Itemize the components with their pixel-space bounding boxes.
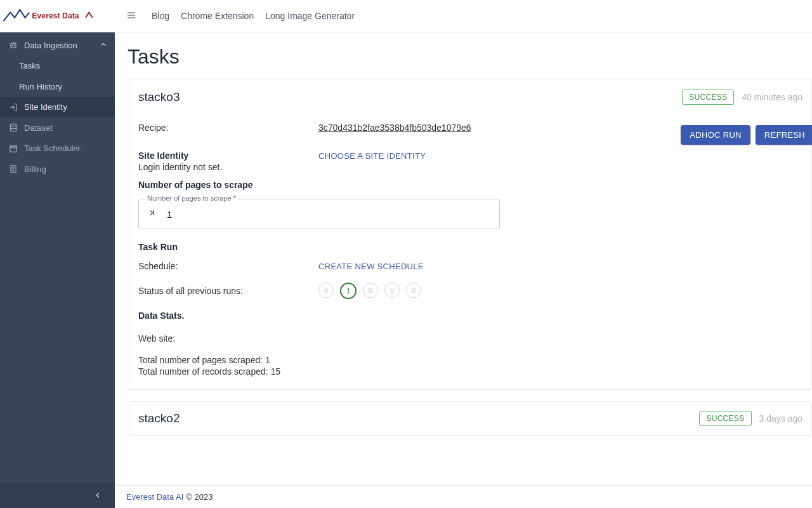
- adhoc-run-button[interactable]: ADHOC RUN: [681, 125, 750, 145]
- sidebar-item-label: Run History: [19, 82, 62, 91]
- sidebar-item-label: Billing: [24, 164, 46, 174]
- sidebar-item-task-scheduler[interactable]: Task Scheduler: [0, 138, 115, 159]
- data-stats-heading: Data Stats.: [138, 311, 802, 321]
- calendar-icon: [8, 144, 19, 153]
- login-identity-text: Login identity not set.: [138, 162, 802, 172]
- task-card-2[interactable]: stacko2 SUCCESS 3 days ago: [129, 401, 812, 436]
- prev-runs-label: Status of all previous runs:: [138, 286, 318, 296]
- brand-logo[interactable]: Everest Data: [0, 0, 115, 32]
- choose-site-identity-button[interactable]: CHOOSE A SITE IDENTITY: [318, 151, 426, 161]
- sidebar-group-data-ingestion[interactable]: Data Ingestion: [0, 35, 115, 56]
- sidebar-item-label: Tasks: [19, 61, 40, 70]
- footer-copyright: © 2023: [186, 492, 213, 502]
- topbar: Blog Chrome Extension Long Image Generat…: [115, 0, 812, 32]
- invoice-icon: [8, 164, 19, 173]
- page-title: Tasks: [128, 45, 812, 69]
- status-badge: SUCCESS: [699, 411, 751, 426]
- task-timestamp: 40 minutes ago: [742, 92, 802, 102]
- status-badge: SUCCESS: [682, 90, 734, 105]
- recipe-link[interactable]: 3c70d431b2fae3538b4fb503de1079e6: [318, 123, 471, 133]
- sidebar-item-dataset[interactable]: Dataset: [0, 117, 115, 138]
- sidebar-item-tasks[interactable]: Tasks: [0, 56, 115, 77]
- chevron-up-icon: [100, 41, 107, 50]
- chevron-left-icon: [93, 491, 102, 500]
- run-status-circle[interactable]: 0: [406, 283, 421, 298]
- robot-icon: [8, 41, 19, 50]
- total-pages-text: Total number of pages scraped: 1: [138, 355, 802, 365]
- task-name: stacko2: [138, 411, 180, 425]
- sidebar-item-site-identity[interactable]: Site Identity: [0, 97, 115, 118]
- pages-to-scrape-heading: Number of pages to scrape: [138, 180, 802, 190]
- task-card-1: stacko3 SUCCESS 40 minutes ago Recipe: 3…: [129, 79, 812, 390]
- sidebar-item-label: Dataset: [24, 123, 53, 133]
- sidebar-item-billing[interactable]: Billing: [0, 159, 115, 180]
- pages-input[interactable]: [167, 209, 490, 220]
- database-icon: [8, 123, 19, 132]
- sidebar-nav: Data Ingestion Tasks Run History Site Id…: [0, 32, 115, 483]
- run-status-circle[interactable]: 0: [318, 283, 334, 298]
- task-name: stacko3: [138, 90, 180, 104]
- create-schedule-button[interactable]: CREATE NEW SCHEDULE: [318, 262, 424, 271]
- svg-point-6: [10, 124, 16, 126]
- topbar-link-blog[interactable]: Blog: [152, 11, 169, 21]
- web-site-label: Web site:: [138, 333, 802, 344]
- run-status-circle[interactable]: 0: [363, 283, 378, 298]
- login-icon: [8, 103, 19, 112]
- hamburger-icon[interactable]: [126, 10, 136, 22]
- sidebar-item-label: Site Identity: [24, 102, 67, 112]
- refresh-button[interactable]: REFRESH: [756, 125, 812, 145]
- total-records-text: Total number of records scraped: 15: [138, 366, 802, 377]
- site-identity-label: Site Identity: [138, 150, 318, 161]
- sidebar: Everest Data Data Ingestion Tasks Run Hi: [0, 0, 115, 508]
- svg-point-2: [12, 45, 13, 46]
- sidebar-item-label: Task Scheduler: [24, 144, 81, 153]
- task-timestamp: 3 days ago: [759, 413, 803, 424]
- task-run-heading: Task Run: [138, 242, 802, 252]
- sidebar-group-label: Data Ingestion: [24, 41, 77, 50]
- recipe-label: Recipe:: [138, 123, 318, 133]
- topbar-link-chrome-extension[interactable]: Chrome Extension: [181, 11, 254, 21]
- footer-link[interactable]: Everest Data AI: [126, 492, 183, 502]
- svg-point-3: [14, 45, 15, 46]
- topbar-link-long-image-generator[interactable]: Long Image Generator: [265, 11, 355, 21]
- arrow-end-icon: [148, 208, 157, 220]
- run-status-circle[interactable]: 1: [340, 283, 357, 299]
- footer: Everest Data AI © 2023: [115, 485, 812, 508]
- svg-text:Everest Data: Everest Data: [32, 11, 79, 20]
- input-float-label: Number of pages to scrape *: [145, 194, 239, 202]
- sidebar-collapse-button[interactable]: [0, 483, 115, 508]
- schedule-label: Schedule:: [138, 261, 318, 271]
- sidebar-item-run-history[interactable]: Run History: [0, 76, 115, 97]
- run-status-circle[interactable]: 0: [384, 283, 400, 298]
- svg-rect-7: [10, 146, 17, 152]
